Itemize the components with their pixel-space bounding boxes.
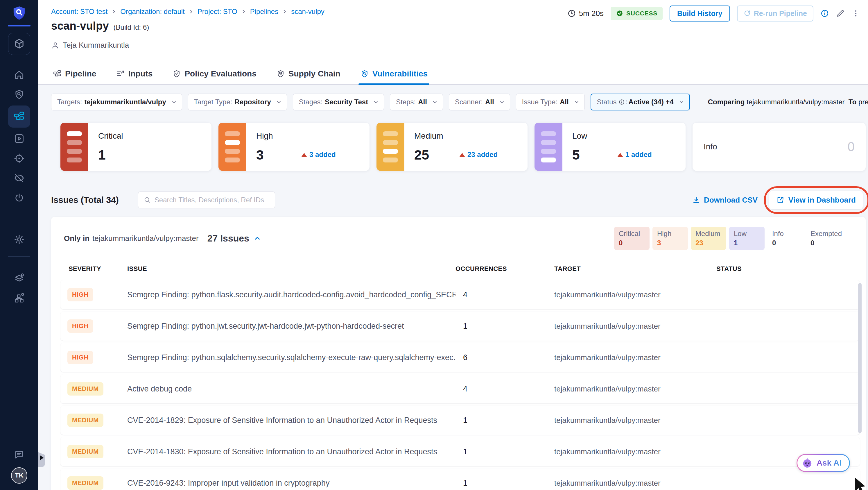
ask-ai-button[interactable]: Ask AI — [797, 454, 850, 472]
issue-row[interactable]: MEDIUM Active debug code 4 tejakummariku… — [60, 374, 860, 403]
severity-count: 0 — [848, 140, 855, 154]
nav-targets[interactable] — [8, 149, 30, 168]
severity-card-info[interactable]: Info 0 — [692, 123, 866, 171]
severity-badge: HIGH — [67, 319, 93, 333]
chip-count: 0 — [619, 239, 645, 247]
issues-search[interactable] — [138, 191, 275, 208]
filter-label: Steps: — [396, 98, 416, 106]
issue-occurrences: 4 — [456, 385, 554, 394]
issue-row[interactable]: HIGH Semgrep Finding: python.jwt.securit… — [60, 311, 860, 341]
filter-scanner[interactable]: Scanner: All — [449, 94, 510, 111]
chip-count: 3 — [657, 239, 683, 247]
nav-get-started[interactable] — [8, 188, 30, 208]
breadcrumb-account[interactable]: Account: STO test — [51, 7, 107, 16]
triangle-up-icon — [302, 153, 307, 157]
severity-card-medium[interactable]: Medium 25 23 added — [376, 123, 528, 171]
more-options-button[interactable] — [852, 9, 860, 18]
clock-icon — [567, 9, 576, 18]
severity-card-high[interactable]: High 3 3 added — [218, 123, 370, 171]
nav-exemptions[interactable] — [8, 168, 30, 188]
issue-occurrences: 1 — [456, 479, 554, 488]
issue-row[interactable]: HIGH Semgrep Finding: python.sqlalchemy.… — [60, 343, 860, 372]
search-input[interactable] — [155, 196, 270, 204]
info-button[interactable] — [820, 9, 829, 18]
tab-pipeline[interactable]: Pipeline — [51, 63, 98, 85]
chip-info[interactable]: Info 0 — [768, 227, 803, 250]
tab-policy-evaluations[interactable]: Policy Evaluations — [170, 63, 258, 85]
build-id: (Build Id: 6) — [114, 23, 149, 31]
download-csv-button[interactable]: Download CSV — [692, 195, 757, 205]
comparing-label: Comparing — [708, 98, 745, 106]
chip-medium[interactable]: Medium 23 — [691, 227, 726, 250]
tab-supply-chain[interactable]: Supply Chain — [275, 63, 342, 85]
filter-stages[interactable]: Stages: Security Test — [293, 94, 384, 111]
comparing-baseline: previous scan — [859, 98, 868, 106]
nav-pipelines[interactable] — [8, 105, 30, 128]
severity-name: Info — [704, 142, 717, 151]
breadcrumb-project[interactable]: Project: STO — [197, 7, 237, 16]
nav-project-settings[interactable] — [8, 229, 30, 249]
filter-value: Security Test — [325, 98, 368, 106]
chip-high[interactable]: High 3 — [652, 227, 688, 250]
expand-arrow-icon — [40, 455, 43, 460]
view-in-dashboard-button[interactable]: View in Dashboard — [769, 191, 863, 209]
chip-critical[interactable]: Critical 0 — [614, 227, 650, 250]
filter-label: Target Type: — [194, 98, 232, 106]
chevron-up-icon[interactable] — [253, 234, 261, 242]
comparing-text: Comparing tejakummarikuntla/vulpy:master… — [708, 98, 868, 106]
refresh-icon — [743, 9, 751, 17]
harness-sto-logo[interactable] — [12, 6, 26, 20]
tab-inputs[interactable]: Inputs — [114, 63, 154, 85]
breadcrumb-org[interactable]: Organization: default — [120, 7, 184, 16]
issue-occurrences: 1 — [456, 322, 554, 331]
chevron-right-icon — [188, 9, 194, 14]
home-icon — [14, 69, 25, 80]
triggered-by: Teja Kummarikuntla — [51, 41, 129, 50]
breadcrumb-pipelines[interactable]: Pipelines — [250, 7, 278, 16]
severity-name: High — [256, 131, 273, 141]
filter-steps[interactable]: Steps: All — [390, 94, 443, 111]
nav-default-settings[interactable] — [8, 268, 30, 288]
chip-exempted[interactable]: Exempted 0 — [806, 227, 846, 250]
filter-status[interactable]: Status : Active (34) +4 — [591, 94, 690, 111]
issue-title: Semgrep Finding: python.jwt.security.jwt… — [127, 322, 456, 331]
severity-count: 3 — [256, 147, 264, 163]
col-occurrences: OCCURRENCES — [456, 265, 554, 273]
severity-card-low[interactable]: Low 5 1 added — [534, 123, 686, 171]
breadcrumb-current[interactable]: scan-vulpy — [291, 7, 324, 16]
nav-executions[interactable] — [8, 129, 30, 149]
nav-home[interactable] — [8, 65, 30, 85]
feedback-chat[interactable] — [14, 449, 24, 460]
filter-targets[interactable]: Targets: tejakummarikuntla/vulpy — [51, 94, 182, 111]
issue-row[interactable]: MEDIUM CVE-2014-1829: Exposure of Sensit… — [60, 406, 860, 435]
severity-count: 25 — [414, 147, 429, 163]
filter-target-type[interactable]: Target Type: Repository — [188, 94, 287, 111]
rerun-pipeline-button[interactable]: Re-run Pipeline — [737, 5, 813, 22]
user-avatar[interactable]: TK — [11, 467, 27, 484]
filter-issue-type[interactable]: Issue Type: All — [516, 94, 585, 111]
severity-badge: MEDIUM — [67, 445, 103, 458]
edit-pipeline-button[interactable] — [836, 9, 845, 18]
view-in-dashboard-label: View in Dashboard — [788, 195, 856, 205]
info-icon — [820, 9, 829, 18]
triangle-up-icon — [618, 153, 623, 157]
issues-toolbar: Issues (Total 34) Download CSV View in D… — [51, 189, 866, 210]
issue-row[interactable]: HIGH Semgrep Finding: python.flask.secur… — [60, 280, 860, 309]
issue-row[interactable]: MEDIUM CVE-2016-9243: Improper input val… — [60, 468, 860, 490]
table-scrollbar[interactable] — [858, 283, 862, 433]
severity-card-critical[interactable]: Critical 1 — [60, 123, 212, 171]
severity-badge: MEDIUM — [67, 476, 103, 490]
nav-organization[interactable] — [8, 288, 30, 308]
module-selector[interactable] — [8, 33, 30, 55]
issue-title: Active debug code — [127, 385, 456, 394]
issue-target: tejakummarikuntla/vulpy:master — [554, 385, 716, 394]
chip-low[interactable]: Low 1 — [729, 227, 765, 250]
nav-overview[interactable] — [8, 85, 30, 104]
issue-row[interactable]: MEDIUM CVE-2014-1830: Exposure of Sensit… — [60, 437, 860, 466]
build-history-button[interactable]: Build History — [670, 5, 730, 22]
tab-vulnerabilities[interactable]: Vulnerabilities — [359, 63, 429, 85]
chip-label: Info — [772, 229, 798, 238]
severity-badge: HIGH — [67, 288, 93, 301]
sidebar-divider — [8, 211, 30, 211]
download-csv-label: Download CSV — [704, 195, 757, 205]
